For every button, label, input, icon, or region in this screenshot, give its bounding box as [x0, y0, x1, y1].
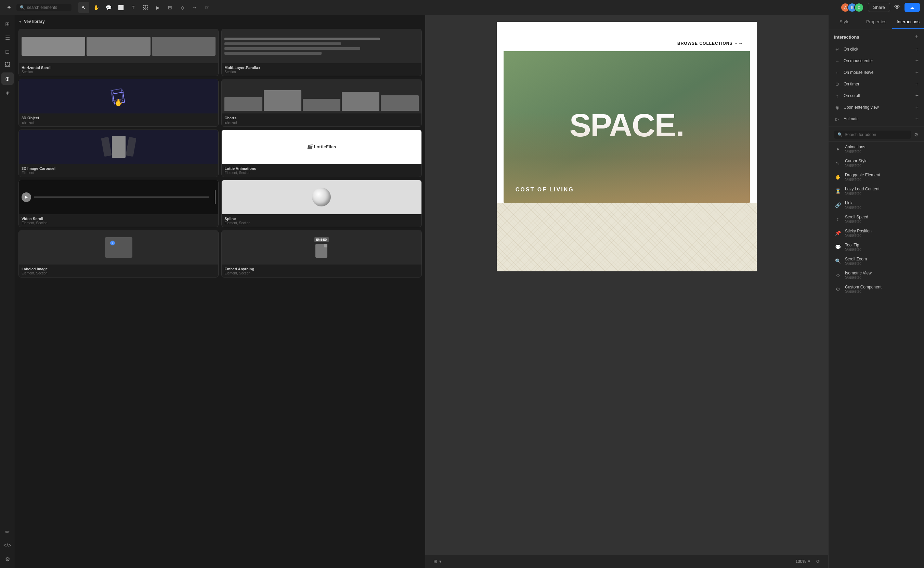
- on-scroll-item[interactable]: ↕ On scroll +: [829, 90, 924, 101]
- search-addon-input[interactable]: 🔍: [834, 131, 911, 139]
- charts-card[interactable]: Charts Element: [221, 79, 421, 127]
- addon-search-field[interactable]: [845, 132, 908, 137]
- scroll-speed-sub: Suggested: [845, 219, 918, 223]
- addons-icon-btn[interactable]: ◈: [2, 86, 14, 98]
- horizontal-scroll-name: Horizontal Scroll: [21, 65, 215, 70]
- elements-grid: Horizontal Scroll Section: [18, 29, 422, 278]
- interact-tool-btn[interactable]: ☞: [201, 2, 212, 13]
- scroll-speed-icon: ↕: [834, 215, 842, 223]
- components-icon-btn[interactable]: ◻: [2, 45, 14, 57]
- labeled-image-card[interactable]: + Labeled Image Element, Section: [18, 230, 219, 278]
- settings-icon-btn[interactable]: ⚙: [2, 553, 14, 565]
- addon-link[interactable]: 🔗 Link Suggested: [829, 198, 924, 212]
- divider-1: [829, 126, 924, 127]
- tab-style[interactable]: Style: [829, 15, 860, 29]
- hand-tool-btn[interactable]: ✋: [91, 2, 101, 13]
- 3d-carousel-card[interactable]: 3D Image Carousel Element: [18, 130, 219, 177]
- shape-tool-btn[interactable]: ◇: [177, 2, 188, 13]
- canvas-scroll[interactable]: BROWSE COLLECTIONS →→ SPACE. COST OF LIV…: [425, 15, 829, 554]
- interactions-list: ↵ On click + → On mouse enter + ← On mou…: [829, 44, 924, 568]
- canvas-rug-section: [497, 203, 757, 271]
- preview-button[interactable]: 👁: [894, 4, 900, 11]
- tab-interactions[interactable]: Interactions: [892, 15, 924, 29]
- upon-entering-view-item[interactable]: ◉ Upon entering view +: [829, 101, 924, 113]
- add-interaction-btn[interactable]: +: [915, 33, 918, 41]
- cursor-icon-btn[interactable]: ✏: [2, 526, 14, 538]
- tab-properties[interactable]: Properties: [860, 15, 892, 29]
- 3d-carousel-name: 3D Image Carousel: [21, 166, 215, 171]
- image-tool-btn[interactable]: 🖼: [140, 2, 151, 13]
- filter-addon-btn[interactable]: ⚙: [914, 132, 918, 137]
- comment-tool-btn[interactable]: 💬: [103, 2, 114, 13]
- on-mouse-leave-item[interactable]: ← On mouse leave +: [829, 66, 924, 78]
- scroll-zoom-icon: 🔍: [834, 257, 842, 265]
- addon-scroll-zoom[interactable]: 🔍 Scroll Zoom Suggested: [829, 254, 924, 268]
- addon-tooltip[interactable]: 💬 Tool Tip Suggested: [829, 240, 924, 254]
- on-timer-item[interactable]: ⏱ On timer +: [829, 78, 924, 90]
- animate-item[interactable]: ▷ Animate +: [829, 113, 924, 125]
- video-scroll-card[interactable]: ▶ Video Scroll Element, Section: [18, 180, 219, 227]
- on-mouse-enter-add-btn[interactable]: +: [915, 58, 918, 64]
- embed-card[interactable]: EMBED Embed Anything Element, Section: [221, 230, 421, 278]
- on-mouse-enter-item[interactable]: → On mouse enter +: [829, 55, 924, 66]
- pages-icon-btn[interactable]: ⊞: [2, 18, 14, 30]
- layers-icon-btn[interactable]: ☰: [2, 32, 14, 44]
- cursor-style-name: Cursor Style: [845, 159, 918, 163]
- frame-tool-btn[interactable]: ⬜: [115, 2, 126, 13]
- search-box[interactable]: 🔍: [17, 4, 71, 11]
- zoom-control[interactable]: 100% ▼: [795, 559, 811, 564]
- share-button[interactable]: Share: [868, 3, 890, 12]
- code-icon-btn[interactable]: </>: [2, 539, 14, 551]
- elements-icon-btn[interactable]: ⊕: [2, 73, 14, 85]
- search-input[interactable]: [27, 5, 68, 10]
- on-click-item[interactable]: ↵ On click +: [829, 44, 924, 55]
- animations-sub: Suggested: [845, 150, 918, 153]
- charts-name: Charts: [224, 115, 418, 120]
- link-sub: Suggested: [845, 205, 918, 209]
- on-mouse-leave-add-btn[interactable]: +: [915, 69, 918, 76]
- text-tool-btn[interactable]: T: [127, 2, 139, 13]
- addon-draggable[interactable]: ✋ Draggable Element Suggested: [829, 170, 924, 184]
- 3d-object-card[interactable]: 🖐 3D Object Element: [18, 79, 219, 127]
- sticky-sub: Suggested: [845, 233, 918, 237]
- spline-card[interactable]: Spline Element, Section: [221, 180, 421, 227]
- canvas-resize-btn[interactable]: ⊞ ▼: [431, 557, 445, 565]
- embed-name: Embed Anything: [224, 267, 418, 271]
- publish-button[interactable]: ☁: [904, 3, 920, 12]
- addon-cursor-style[interactable]: ↖ Cursor Style Suggested: [829, 156, 924, 170]
- multilayer-parallax-card[interactable]: Multi-Layer-Parallax Section: [221, 29, 421, 76]
- interactions-header: Interactions +: [829, 29, 924, 44]
- addon-animations[interactable]: ● Animations Suggested: [829, 142, 924, 156]
- addon-scroll-speed[interactable]: ↕ Scroll Speed Suggested: [829, 212, 924, 226]
- video-tool-btn[interactable]: ▶: [152, 2, 163, 13]
- crop-tool-btn[interactable]: ⊞: [165, 2, 176, 13]
- scroll-zoom-name: Scroll Zoom: [845, 257, 918, 261]
- lottie-card[interactable]: 🎬 LottieFiles Lottie Animations Element,…: [221, 130, 421, 177]
- on-timer-add-btn[interactable]: +: [915, 81, 918, 87]
- library-toggle[interactable]: ▼: [18, 20, 22, 24]
- sticky-name: Sticky Position: [845, 229, 918, 233]
- select-tool-btn[interactable]: ↖: [78, 2, 89, 13]
- animate-add-btn[interactable]: +: [915, 116, 918, 122]
- upon-entering-add-btn[interactable]: +: [915, 104, 918, 110]
- horizontal-scroll-card[interactable]: Horizontal Scroll Section: [18, 29, 219, 76]
- multilayer-info: Multi-Layer-Parallax Section: [222, 63, 421, 76]
- spline-name: Spline: [224, 216, 418, 221]
- lottie-type: Element, Section: [224, 171, 418, 175]
- lottie-info: Lottie Animations Element, Section: [222, 164, 421, 177]
- video-scroll-info: Video Scroll Element, Section: [19, 214, 218, 227]
- on-click-icon: ↵: [834, 46, 840, 52]
- connect-tool-btn[interactable]: ↔: [189, 2, 200, 13]
- addon-lazy-load[interactable]: ⏳ Lazy Load Content Suggested: [829, 184, 924, 198]
- addon-isometric[interactable]: ◇ Isometric View Suggested: [829, 268, 924, 282]
- media-icon-btn[interactable]: 🖼: [2, 59, 14, 71]
- library-header: ▼ Vev library: [18, 18, 422, 25]
- on-scroll-icon: ↕: [834, 93, 840, 99]
- spline-type: Element, Section: [224, 221, 418, 225]
- addon-sticky[interactable]: 📌 Sticky Position Suggested: [829, 226, 924, 240]
- on-scroll-add-btn[interactable]: +: [915, 93, 918, 99]
- cloud-icon: ☁: [910, 5, 915, 10]
- on-click-add-btn[interactable]: +: [915, 46, 918, 52]
- refresh-btn[interactable]: ⟳: [813, 557, 823, 565]
- addon-custom-component[interactable]: ⚙ Custom Component Suggested: [829, 282, 924, 296]
